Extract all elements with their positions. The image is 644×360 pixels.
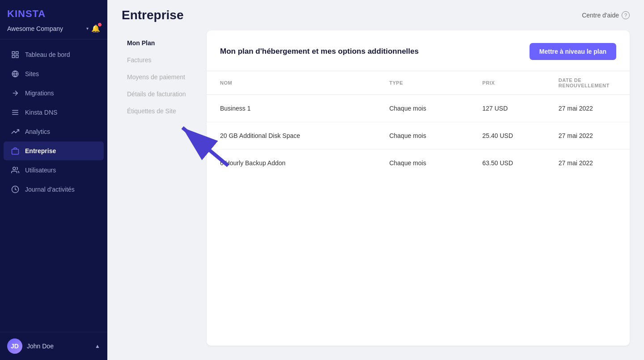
company-chevron-icon: ▾ [86,26,89,31]
sidebar: KINSTA Awesome Company ▾ 🔔 Tableau de bo… [0,0,107,360]
svg-rect-1 [16,51,18,54]
user-chevron-icon: ▲ [95,343,100,349]
dashboard-icon [11,50,20,59]
svg-point-7 [13,167,16,170]
table-row: 6 Hourly Backup Addon Chaque mois 63.50 … [207,150,630,177]
row-2-date: 27 mai 2022 [545,122,630,150]
plan-table: NOM TYPE PRIX DATE DE RENOUVELLEMENT Bus… [207,71,630,176]
sites-icon [11,69,20,78]
svg-rect-2 [12,56,14,58]
sidebar-item-label: Kinsta DNS [25,109,57,116]
help-icon: ? [622,11,630,19]
row-2-prix: 25.40 USD [469,122,545,150]
row-1-nom: Business 1 [207,95,376,122]
row-2-type: Chaque mois [376,122,469,150]
row-1-type: Chaque mois [376,95,469,122]
notifications-button[interactable]: 🔔 [91,24,100,33]
sidebar-item-analytics[interactable]: Analytics [4,122,104,141]
svg-rect-3 [16,56,18,58]
company-selector[interactable]: Awesome Company ▾ 🔔 [7,24,100,33]
card-header: Mon plan d'hébergement et mes options ad… [207,30,630,71]
migrations-icon [11,89,20,98]
sidebar-item-tableau-de-bord[interactable]: Tableau de bord [4,45,104,64]
dns-icon [11,108,20,117]
activity-icon [11,185,20,194]
plan-card: Mon plan d'hébergement et mes options ad… [207,30,630,346]
sidebar-header: KINSTA Awesome Company ▾ 🔔 [0,0,107,39]
row-3-date: 27 mai 2022 [545,150,630,177]
help-label: Centre d'aide [582,12,619,19]
col-header-type: TYPE [376,71,469,95]
users-icon [11,166,20,175]
topbar: Entreprise Centre d'aide ? [107,0,644,30]
main-content: Entreprise Centre d'aide ? Mon Plan Fact… [107,0,644,360]
kinsta-logo: KINSTA [7,8,100,20]
table-row: 20 GB Additional Disk Space Chaque mois … [207,122,630,150]
subnav-mon-plan[interactable]: Mon Plan [122,35,207,51]
col-header-date: DATE DE RENOUVELLEMENT [545,71,630,95]
sub-nav: Mon Plan Factures Moyens de paiement Dét… [122,30,207,346]
row-2-nom: 20 GB Additional Disk Space [207,122,376,150]
sidebar-item-entreprise[interactable]: Entreprise [4,141,104,160]
sidebar-item-label: Tableau de bord [25,51,70,58]
subnav-factures[interactable]: Factures [122,52,207,68]
svg-rect-5 [12,149,19,154]
sidebar-item-kinsta-dns[interactable]: Kinsta DNS [4,103,104,122]
avatar: JD [7,339,22,354]
logo-text: KINSTA [7,8,46,19]
sidebar-nav: Tableau de bord Sites Migrations Kinsta … [0,39,107,332]
sidebar-item-label: Journal d'activités [25,186,75,193]
notification-badge [97,22,102,27]
svg-rect-0 [12,51,14,54]
content-area: Mon Plan Factures Moyens de paiement Dét… [107,30,644,360]
help-link[interactable]: Centre d'aide ? [582,11,630,19]
page-title: Entreprise [122,8,184,22]
subnav-moyens-paiement[interactable]: Moyens de paiement [122,69,207,85]
subnav-details-facturation[interactable]: Détails de facturation [122,86,207,102]
sidebar-item-label: Utilisateurs [25,167,56,174]
row-3-type: Chaque mois [376,150,469,177]
user-name: John Doe [27,343,90,350]
row-1-date: 27 mai 2022 [545,95,630,122]
col-header-nom: NOM [207,71,376,95]
col-header-prix: PRIX [469,71,545,95]
sidebar-item-label: Analytics [25,128,50,135]
sidebar-item-utilisateurs[interactable]: Utilisateurs [4,161,104,180]
card-title: Mon plan d'hébergement et mes options ad… [220,47,419,56]
analytics-icon [11,127,20,136]
user-profile[interactable]: JD John Doe ▲ [0,332,107,360]
sidebar-item-label: Entreprise [25,147,56,154]
sidebar-item-label: Sites [25,70,39,77]
entreprise-icon [11,146,20,155]
sidebar-item-journal[interactable]: Journal d'activités [4,180,104,199]
row-3-prix: 63.50 USD [469,150,545,177]
sidebar-item-migrations[interactable]: Migrations [4,84,104,103]
sidebar-item-sites[interactable]: Sites [4,64,104,83]
sidebar-item-label: Migrations [25,90,54,97]
upgrade-plan-button[interactable]: Mettre à niveau le plan [530,43,616,60]
subnav-etiquettes-site[interactable]: Étiquettes de Site [122,103,207,119]
row-1-prix: 127 USD [469,95,545,122]
company-name: Awesome Company [7,25,84,32]
row-3-nom: 6 Hourly Backup Addon [207,150,376,177]
table-row: Business 1 Chaque mois 127 USD 27 mai 20… [207,95,630,122]
